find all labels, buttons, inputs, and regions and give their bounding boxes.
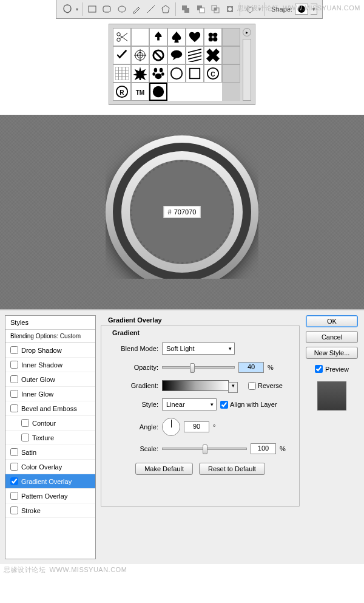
shape-clover-icon[interactable] <box>204 28 222 46</box>
svg-point-29 <box>155 73 162 79</box>
style-item-stroke[interactable]: Stroke <box>5 503 95 518</box>
style-item-satin[interactable]: Satin <box>5 445 95 460</box>
style-checkbox[interactable] <box>10 506 18 514</box>
path-exclude-icon[interactable] <box>224 2 236 16</box>
path-subtract-icon[interactable] <box>194 2 206 16</box>
shape-blank[interactable] <box>131 28 149 46</box>
make-default-button[interactable]: Make Default <box>135 463 193 475</box>
shape-spade-icon[interactable] <box>167 28 186 46</box>
rect-icon[interactable] <box>86 2 98 16</box>
shape-check-icon[interactable] <box>113 46 131 64</box>
shape-registered-icon[interactable]: R <box>113 83 131 101</box>
styles-list: Styles Blending Options: Custom Drop Sha… <box>5 315 96 559</box>
styles-header[interactable]: Styles <box>5 316 95 330</box>
style-item-label: Texture <box>32 434 54 441</box>
svg-rect-6 <box>184 8 189 13</box>
shape-fleur-icon[interactable] <box>149 28 167 46</box>
blend-mode-select[interactable]: Soft Light <box>162 342 235 355</box>
style-item-label: Inner Glow <box>21 390 53 398</box>
svg-point-30 <box>171 68 182 79</box>
style-checkbox[interactable] <box>10 375 18 383</box>
style-item-outer-glow[interactable]: Outer Glow <box>5 372 95 387</box>
style-select[interactable]: Linear <box>162 398 217 411</box>
shape-checker-icon[interactable] <box>204 46 222 64</box>
ellipse-icon[interactable] <box>116 2 128 16</box>
style-item-drop-shadow[interactable]: Drop Shadow <box>5 343 95 358</box>
shape-speech-icon[interactable] <box>167 46 186 64</box>
style-item-label: Contour <box>32 420 56 427</box>
rounded-rect-icon[interactable] <box>101 2 113 16</box>
style-checkbox[interactable] <box>10 390 18 398</box>
shape-empty <box>167 83 186 101</box>
path-add-icon[interactable] <box>180 2 192 16</box>
style-item-inner-shadow[interactable]: Inner Shadow <box>5 358 95 372</box>
svg-point-16 <box>209 33 213 37</box>
shape-burst-icon[interactable] <box>131 64 149 83</box>
hex-annotation: # 707070 <box>164 206 201 218</box>
style-checkbox[interactable] <box>10 346 18 354</box>
shape-trademark-icon[interactable]: TM <box>131 83 149 101</box>
style-item-color-overlay[interactable]: Color Overlay <box>5 460 95 474</box>
svg-line-3 <box>147 5 155 13</box>
style-item-inner-glow[interactable]: Inner Glow <box>5 387 95 401</box>
angle-unit: ° <box>213 423 215 431</box>
blob-tool-icon[interactable] <box>61 2 73 16</box>
reset-default-button[interactable]: Reset to Default <box>199 463 265 475</box>
ok-button[interactable]: OK <box>306 315 358 327</box>
shape-paw-icon[interactable] <box>149 64 167 83</box>
watermark-url: WWW.MISSYUAN.COM <box>50 566 127 573</box>
shape-grid-icon[interactable] <box>113 64 131 83</box>
shape-scissors-icon[interactable] <box>113 28 131 46</box>
pen-icon[interactable] <box>130 2 143 16</box>
shape-square-icon[interactable] <box>186 64 204 83</box>
palette-menu-icon[interactable]: ▸ <box>243 28 251 36</box>
angle-input[interactable]: 90 <box>184 421 209 432</box>
shape-target-icon[interactable] <box>131 46 149 64</box>
style-checkbox[interactable] <box>10 361 18 369</box>
angle-label: Angle: <box>110 423 158 431</box>
style-item-gradient-overlay[interactable]: Gradient Overlay <box>5 474 95 489</box>
blending-options-row[interactable]: Blending Options: Custom <box>5 330 95 343</box>
palette-scrollbar[interactable] <box>243 39 251 101</box>
shape-empty <box>204 83 222 101</box>
reverse-checkbox[interactable]: Reverse <box>248 382 283 390</box>
style-checkbox[interactable] <box>21 434 29 441</box>
hex-prefix: # <box>168 208 172 216</box>
preview-checkbox[interactable]: Preview <box>315 365 349 373</box>
opacity-unit: % <box>268 364 274 371</box>
cancel-button[interactable]: Cancel <box>306 331 358 343</box>
svg-point-19 <box>213 37 217 41</box>
style-checkbox[interactable] <box>10 477 18 485</box>
shape-copyright-icon[interactable]: C <box>204 64 222 83</box>
scale-slider[interactable] <box>162 448 247 450</box>
style-checkbox[interactable] <box>10 463 18 471</box>
dropdown-arrow-icon[interactable]: ▾ <box>76 7 78 12</box>
style-checkbox[interactable] <box>10 404 18 412</box>
shape-heart-icon[interactable] <box>186 28 204 46</box>
shape-prohibit-icon[interactable] <box>149 46 167 64</box>
align-checkbox[interactable]: Align with Layer <box>220 401 277 409</box>
style-checkbox[interactable] <box>10 492 18 500</box>
new-style-button[interactable]: New Style... <box>306 347 358 359</box>
style-item-texture[interactable]: Texture <box>5 431 95 445</box>
opacity-slider[interactable] <box>162 366 235 369</box>
style-item-contour[interactable]: Contour <box>5 416 95 431</box>
style-checkbox[interactable] <box>10 448 18 456</box>
shape-pad <box>222 64 240 83</box>
shape-empty <box>186 83 204 101</box>
scale-input[interactable]: 100 <box>251 443 276 454</box>
opacity-input[interactable]: 40 <box>238 362 264 373</box>
style-checkbox[interactable] <box>21 419 29 427</box>
polygon-icon[interactable] <box>160 2 172 16</box>
line-icon[interactable] <box>145 2 157 16</box>
angle-dial[interactable] <box>162 418 180 436</box>
shape-ring-icon[interactable] <box>167 64 186 83</box>
shape-stripes-icon[interactable] <box>186 46 204 64</box>
style-item-bevel-and-emboss[interactable]: Bevel and Emboss <box>5 401 95 416</box>
shape-pad <box>222 83 240 101</box>
gradient-picker[interactable] <box>162 380 229 391</box>
style-item-pattern-overlay[interactable]: Pattern Overlay <box>5 489 95 503</box>
shape-circle-icon[interactable] <box>149 83 167 101</box>
path-intersect-icon[interactable] <box>209 2 221 16</box>
shape-grid: C R TM <box>113 28 240 101</box>
